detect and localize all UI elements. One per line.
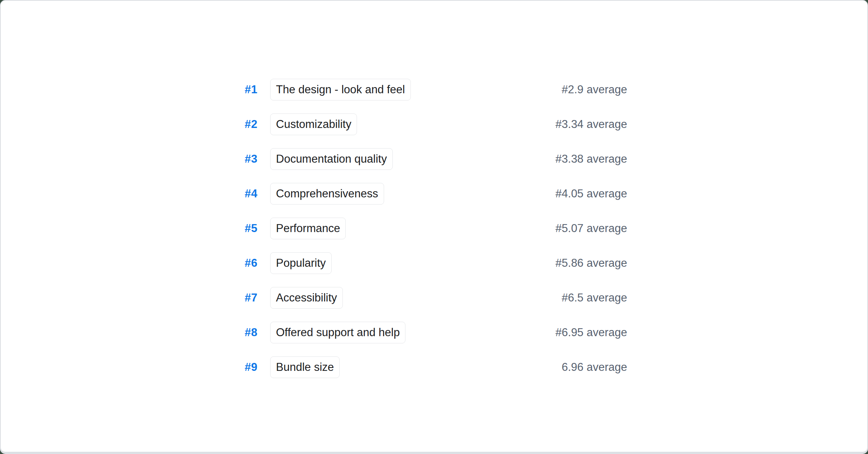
rank-number: #8 [233, 326, 258, 339]
average-score: #3.38 average [556, 153, 627, 166]
average-score: #6.5 average [562, 291, 627, 304]
average-score: #6.95 average [556, 326, 627, 339]
option-label-box[interactable]: Performance [270, 218, 346, 239]
option-label-box[interactable]: Comprehensiveness [270, 183, 384, 205]
ranking-row: #7 Accessibility #6.5 average [233, 287, 627, 309]
rank-number: #4 [233, 187, 258, 200]
average-score: #2.9 average [562, 83, 627, 96]
option-label-box[interactable]: Bundle size [270, 356, 340, 378]
option-label-box[interactable]: Accessibility [270, 287, 343, 309]
rank-number: #2 [233, 118, 258, 131]
average-score: #5.07 average [556, 222, 627, 235]
rank-number: #5 [233, 222, 258, 235]
ranking-row: #2 Customizability #3.34 average [233, 113, 627, 135]
content-card: #1 The design - look and feel #2.9 avera… [0, 0, 868, 452]
ranking-row: #8 Offered support and help #6.95 averag… [233, 321, 627, 343]
average-score: #3.34 average [556, 118, 627, 131]
average-score: 6.96 average [562, 361, 627, 374]
rank-number: #6 [233, 257, 258, 270]
ranking-row: #3 Documentation quality #3.38 average [233, 148, 627, 170]
option-label-box[interactable]: Popularity [270, 252, 332, 274]
ranking-row: #9 Bundle size 6.96 average [233, 356, 627, 378]
ranking-row: #1 The design - look and feel #2.9 avera… [233, 78, 627, 100]
option-label-box[interactable]: Offered support and help [270, 322, 405, 343]
rank-number: #1 [233, 83, 258, 96]
ranking-row: #4 Comprehensiveness #4.05 average [233, 183, 627, 205]
option-label-box[interactable]: Customizability [270, 113, 357, 135]
rank-number: #9 [233, 361, 258, 374]
rank-number: #7 [233, 291, 258, 304]
average-score: #4.05 average [556, 187, 627, 200]
ranking-row: #5 Performance #5.07 average [233, 217, 627, 239]
rank-number: #3 [233, 153, 258, 166]
average-score: #5.86 average [556, 257, 627, 270]
option-label-box[interactable]: Documentation quality [270, 148, 393, 170]
ranking-list: #1 The design - look and feel #2.9 avera… [233, 78, 627, 391]
ranking-row: #6 Popularity #5.86 average [233, 252, 627, 274]
option-label-box[interactable]: The design - look and feel [270, 79, 411, 100]
